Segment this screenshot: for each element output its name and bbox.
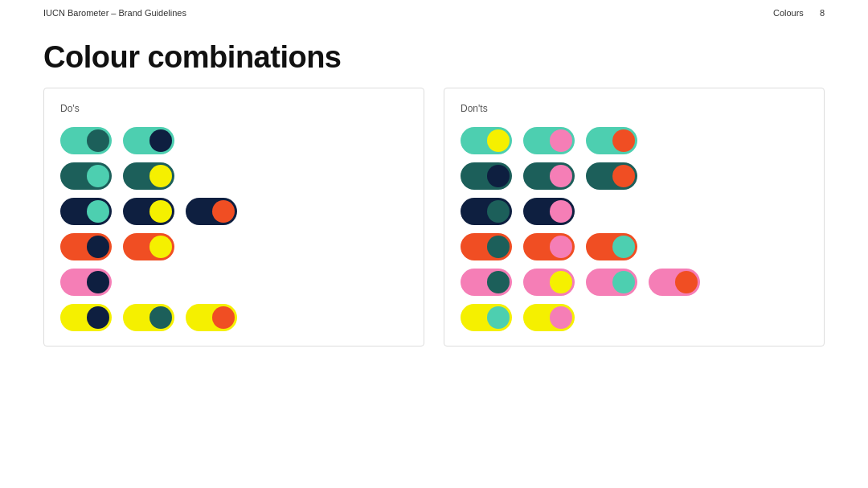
- donts-row-6: [461, 304, 808, 331]
- toggle-teal-yellow: [461, 127, 512, 154]
- toggle-navy-teal: [60, 198, 112, 225]
- knob: [487, 306, 510, 329]
- knob: [550, 165, 572, 187]
- knob: [550, 236, 572, 258]
- knob: [87, 306, 109, 329]
- header-left-label: IUCN Barometer – Brand Guidelines: [43, 8, 186, 18]
- toggle-teal-darkteal: [60, 127, 112, 154]
- toggle-orange-pink: [523, 233, 575, 260]
- toggle-darkteal-teal: [60, 162, 112, 190]
- knob: [212, 200, 235, 223]
- knob: [87, 236, 109, 258]
- knob: [149, 129, 172, 152]
- donts-panel: Don'ts: [444, 88, 825, 347]
- knob: [87, 165, 109, 187]
- dos-row-2: [60, 162, 407, 190]
- knob: [87, 200, 109, 223]
- knob: [487, 200, 510, 223]
- dos-row-1: [60, 127, 407, 154]
- page-number: 8: [820, 8, 825, 18]
- dos-row-3: [60, 198, 407, 225]
- toggle-pink-darkteal: [461, 269, 512, 296]
- dos-panel: Do's: [43, 88, 424, 347]
- knob: [487, 165, 510, 187]
- dos-row-5: [60, 269, 407, 296]
- donts-grid: [461, 127, 808, 331]
- toggle-navy-darkteal: [461, 198, 512, 225]
- knob: [612, 165, 635, 187]
- toggle-orange-navy: [60, 233, 112, 260]
- dos-label: Do's: [60, 103, 407, 114]
- dos-grid: [60, 127, 407, 331]
- knob: [675, 271, 698, 293]
- toggle-yellow-orange: [186, 304, 237, 331]
- knob: [149, 165, 172, 187]
- knob: [487, 271, 510, 293]
- toggle-pink-navy: [60, 269, 112, 296]
- donts-row-4: [461, 233, 808, 260]
- donts-label: Don'ts: [461, 103, 808, 114]
- toggle-pink-teal: [586, 269, 637, 296]
- toggle-darkteal-orange: [586, 162, 637, 190]
- knob: [612, 236, 635, 258]
- toggle-teal-pink: [523, 127, 575, 154]
- knob: [550, 306, 572, 329]
- toggle-orange-darkteal: [461, 233, 512, 260]
- knob: [87, 271, 109, 293]
- knob: [212, 306, 235, 329]
- toggle-yellow-teal: [461, 304, 512, 331]
- toggle-yellow-pink: [523, 304, 575, 331]
- knob: [550, 200, 572, 223]
- knob: [149, 306, 172, 329]
- knob: [550, 129, 572, 152]
- donts-row-5: [461, 269, 808, 296]
- knob: [487, 236, 510, 258]
- knob: [612, 271, 635, 293]
- toggle-yellow-darkteal: [123, 304, 174, 331]
- toggle-pink-yellow: [523, 269, 575, 296]
- header-right-label: Colours: [773, 8, 804, 18]
- dos-row-6: [60, 304, 407, 331]
- toggle-navy-pink: [523, 198, 575, 225]
- knob: [87, 129, 109, 152]
- toggle-orange-teal: [586, 233, 637, 260]
- page-title: Colour combinations: [0, 18, 868, 88]
- toggle-teal-navy: [123, 127, 174, 154]
- toggle-darkteal-pink: [523, 162, 575, 190]
- knob: [149, 236, 172, 258]
- knob: [612, 129, 635, 152]
- toggle-darkteal-navy: [461, 162, 512, 190]
- toggle-yellow-navy: [60, 304, 112, 331]
- toggle-teal-orange: [586, 127, 637, 154]
- toggle-darkteal-yellow: [123, 162, 174, 190]
- knob: [149, 200, 172, 223]
- toggle-orange-yellow: [123, 233, 174, 260]
- toggle-pink-orange: [649, 269, 700, 296]
- donts-row-3: [461, 198, 808, 225]
- knob: [550, 271, 572, 293]
- toggle-navy-yellow: [123, 198, 174, 225]
- knob: [487, 129, 510, 152]
- donts-row-2: [461, 162, 808, 190]
- donts-row-1: [461, 127, 808, 154]
- dos-row-4: [60, 233, 407, 260]
- toggle-navy-orange: [186, 198, 237, 225]
